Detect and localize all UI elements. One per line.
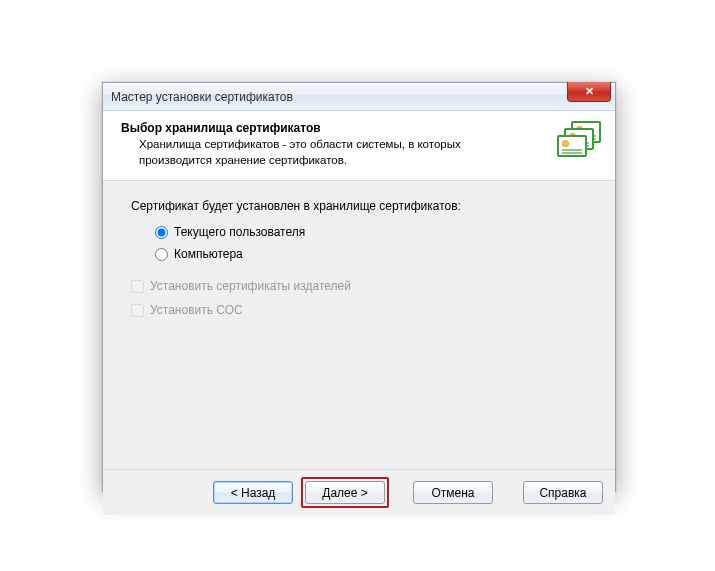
header-subtitle: Хранилища сертификатов - это области сис… — [121, 137, 501, 168]
radio-computer[interactable]: Компьютера — [155, 247, 587, 261]
close-icon: ✕ — [585, 86, 594, 97]
help-button[interactable]: Справка — [523, 481, 603, 504]
radio-current-user[interactable]: Текущего пользователя — [155, 225, 587, 239]
header-title: Выбор хранилища сертификатов — [121, 121, 547, 135]
checkbox-crl-input — [131, 304, 144, 317]
checkbox-publishers-label: Установить сертификаты издателей — [150, 279, 351, 293]
content-pane: Сертификат будет установлен в хранилище … — [103, 181, 615, 469]
wizard-dialog: Мастер установки сертификатов ✕ Выбор хр… — [102, 82, 616, 492]
radio-current-user-label: Текущего пользователя — [174, 225, 305, 239]
button-bar: < Назад Далее > Отмена Справка — [103, 469, 615, 515]
intro-text: Сертификат будет установлен в хранилище … — [131, 199, 587, 213]
header-pane: Выбор хранилища сертификатов Хранилища с… — [103, 111, 615, 181]
checkbox-crl: Установить СОС — [131, 303, 587, 317]
titlebar: Мастер установки сертификатов ✕ — [103, 83, 615, 111]
close-button[interactable]: ✕ — [567, 82, 611, 102]
window-title: Мастер установки сертификатов — [111, 90, 293, 104]
checkbox-publishers: Установить сертификаты издателей — [131, 279, 587, 293]
radio-computer-input[interactable] — [155, 248, 168, 261]
radio-computer-label: Компьютера — [174, 247, 243, 261]
header-text: Выбор хранилища сертификатов Хранилища с… — [121, 121, 547, 168]
back-button[interactable]: < Назад — [213, 481, 293, 504]
cancel-button[interactable]: Отмена — [413, 481, 493, 504]
next-button[interactable]: Далее > — [305, 481, 385, 504]
next-button-highlight: Далее > — [301, 477, 389, 508]
store-radio-group: Текущего пользователя Компьютера — [131, 225, 587, 261]
radio-current-user-input[interactable] — [155, 226, 168, 239]
checkbox-crl-label: Установить СОС — [150, 303, 243, 317]
checkbox-publishers-input — [131, 280, 144, 293]
certificates-icon — [555, 121, 601, 163]
